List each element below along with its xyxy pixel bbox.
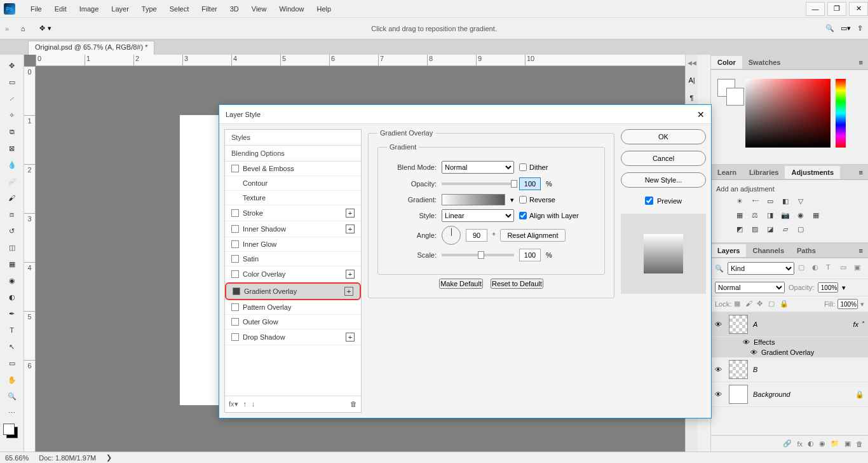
- channel-mixer-icon[interactable]: ◉: [795, 209, 806, 221]
- style-checkbox[interactable]: [231, 240, 239, 248]
- paragraph-panel-icon[interactable]: ¶: [690, 94, 694, 102]
- new-style-button[interactable]: New Style...: [621, 172, 706, 188]
- healing-tool[interactable]: 🩹: [4, 174, 20, 189]
- lock-image-icon[interactable]: 🖌: [745, 300, 754, 308]
- maximize-button[interactable]: ❐: [827, 2, 846, 16]
- styles-header[interactable]: Styles: [225, 130, 361, 146]
- blend-mode-select[interactable]: Normal: [442, 161, 514, 174]
- style-item-outer-glow[interactable]: Outer Glow: [225, 315, 361, 329]
- style-item-gradient-overlay[interactable]: Gradient Overlay+: [225, 282, 361, 300]
- fx-menu-icon[interactable]: fx▾: [229, 400, 238, 408]
- panel-menu-icon[interactable]: ≡: [854, 59, 868, 66]
- move-up-icon[interactable]: ↑: [243, 400, 247, 408]
- style-checkbox[interactable]: [231, 209, 239, 217]
- blend-mode-select[interactable]: Normal: [715, 282, 785, 293]
- style-checkbox[interactable]: [231, 333, 239, 341]
- lock-transparent-icon[interactable]: ▦: [734, 300, 743, 308]
- tool-preset[interactable]: ✥▾: [39, 24, 51, 32]
- tab-adjustments[interactable]: Adjustments: [785, 166, 840, 179]
- threshold-icon[interactable]: ◪: [764, 223, 776, 235]
- style-item-inner-glow[interactable]: Inner Glow: [225, 237, 361, 252]
- layer-effect-item[interactable]: 👁 Gradient Overlay: [711, 347, 868, 357]
- menu-3d[interactable]: 3D: [224, 3, 245, 15]
- style-checkbox[interactable]: [233, 287, 240, 295]
- hue-icon[interactable]: ▦: [734, 209, 745, 221]
- move-tool[interactable]: ✥: [4, 58, 20, 73]
- color-field[interactable]: [745, 79, 831, 148]
- style-checkbox[interactable]: [231, 225, 239, 233]
- fill-input[interactable]: [837, 299, 858, 309]
- opacity-slider[interactable]: [442, 183, 514, 185]
- menu-image[interactable]: Image: [73, 3, 105, 15]
- style-item-texture[interactable]: Texture: [225, 191, 361, 205]
- style-item-bevel-emboss[interactable]: Bevel & Emboss: [225, 162, 361, 176]
- menu-help[interactable]: Help: [311, 3, 338, 15]
- color-swatches-tool[interactable]: [4, 425, 20, 440]
- menu-view[interactable]: View: [245, 3, 273, 15]
- layer-thumb[interactable]: [729, 315, 748, 334]
- menu-file[interactable]: File: [24, 3, 48, 15]
- dither-checkbox[interactable]: Dither: [519, 163, 548, 171]
- visibility-icon[interactable]: 👁: [715, 390, 724, 398]
- doc-size[interactable]: Doc: 1.80M/1.97M: [39, 454, 96, 462]
- style-checkbox[interactable]: [231, 270, 239, 278]
- style-item-pattern-overlay[interactable]: Pattern Overlay: [225, 300, 361, 315]
- filter-shape-icon[interactable]: ▭: [840, 263, 850, 273]
- shape-tool[interactable]: ▭: [4, 356, 20, 371]
- panel-menu-icon[interactable]: ≡: [854, 247, 868, 254]
- add-effect-icon[interactable]: +: [346, 209, 355, 218]
- close-icon[interactable]: ✕: [697, 109, 705, 120]
- opacity-input[interactable]: [818, 282, 838, 293]
- gradient-map-icon[interactable]: ▱: [780, 223, 791, 235]
- dialog-header[interactable]: Layer Style ✕: [219, 105, 711, 124]
- add-effect-icon[interactable]: +: [346, 225, 355, 233]
- menu-layer[interactable]: Layer: [105, 3, 135, 15]
- layer-row[interactable]: 👁 B: [711, 357, 868, 382]
- layer-thumb[interactable]: [729, 360, 748, 379]
- minimize-button[interactable]: —: [806, 2, 825, 16]
- layer-effects-row[interactable]: 👁 Effects: [711, 337, 868, 347]
- gradient-style-select[interactable]: Linear: [442, 209, 514, 222]
- lock-nested-icon[interactable]: ▢: [768, 300, 777, 308]
- layer-name[interactable]: Background: [753, 390, 850, 398]
- make-default-button[interactable]: Make Default: [439, 279, 483, 289]
- posterize-icon[interactable]: ▨: [749, 223, 761, 235]
- gradient-preview[interactable]: [442, 194, 505, 205]
- delete-icon[interactable]: 🗑: [856, 440, 863, 448]
- frame-tool[interactable]: ⊠: [4, 141, 20, 156]
- visibility-icon[interactable]: 👁: [750, 349, 757, 356]
- more-tools[interactable]: ⋯: [4, 405, 20, 420]
- filter-icon[interactable]: 🔍: [715, 265, 724, 273]
- invert-icon[interactable]: ◩: [734, 223, 745, 235]
- layer-name[interactable]: A: [753, 321, 848, 328]
- visibility-icon[interactable]: 👁: [715, 366, 724, 373]
- vibrance-icon[interactable]: ▽: [795, 195, 806, 207]
- share-icon[interactable]: ⇪: [857, 24, 863, 32]
- add-effect-icon[interactable]: +: [344, 287, 353, 296]
- visibility-icon[interactable]: 👁: [715, 321, 724, 328]
- tab-channels[interactable]: Channels: [746, 244, 790, 257]
- crop-tool[interactable]: ⧉: [4, 124, 20, 139]
- layer-row[interactable]: 👁 A fx ˄: [711, 312, 868, 337]
- angle-dial[interactable]: [442, 226, 461, 245]
- lasso-tool[interactable]: ⟋: [4, 91, 20, 106]
- photo-filter-icon[interactable]: 📷: [780, 209, 791, 221]
- hand-tool[interactable]: ✋: [4, 372, 20, 387]
- style-item-drop-shadow[interactable]: Drop Shadow+: [225, 329, 361, 345]
- move-down-icon[interactable]: ↓: [252, 400, 255, 408]
- pen-tool[interactable]: ✒: [4, 306, 20, 321]
- reset-alignment-button[interactable]: Reset Alignment: [500, 229, 565, 242]
- layer-row[interactable]: 👁 Background 🔒: [711, 382, 868, 407]
- scale-slider[interactable]: [442, 254, 514, 256]
- character-panel-icon[interactable]: A|: [688, 76, 695, 84]
- type-tool[interactable]: T: [4, 322, 20, 338]
- reverse-checkbox[interactable]: Reverse: [519, 196, 555, 204]
- filter-pixel-icon[interactable]: ▢: [798, 263, 808, 273]
- tab-learn[interactable]: Learn: [711, 166, 743, 179]
- search-icon[interactable]: 🔍: [825, 24, 834, 32]
- style-item-stroke[interactable]: Stroke+: [225, 205, 361, 221]
- dodge-tool[interactable]: ◐: [4, 289, 20, 305]
- menu-window[interactable]: Window: [273, 3, 310, 15]
- hue-slider[interactable]: [836, 79, 846, 148]
- collapse-arrow-icon[interactable]: ◀◀: [688, 60, 696, 66]
